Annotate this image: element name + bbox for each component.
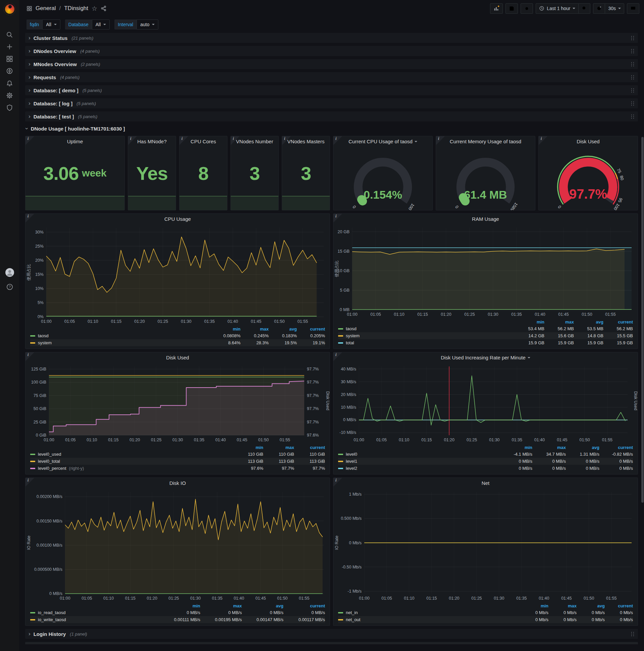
dashboard-settings-button[interactable] — [521, 3, 533, 14]
grafana-logo[interactable] — [4, 3, 16, 15]
legend-series-io-read-taosd[interactable]: io_read_taosd0 MB/s0 MB/s0 MB/s0 MB/s — [30, 609, 325, 616]
legend-series-level0[interactable]: level0-4.1 MB/s34.7 MB/s1.31 MB/s-0.82 M… — [338, 451, 633, 458]
legend-value: 15.9 GB — [544, 340, 574, 345]
server-admin-shield-icon[interactable] — [0, 102, 19, 113]
favorite-star-icon[interactable]: ☆ — [92, 5, 97, 12]
legend-value: 97.6% — [232, 466, 263, 471]
row-dnode-usage[interactable]: › DNode Usage [ huolinhe-TM1701:6030 ] — [25, 124, 638, 132]
variable-value-dropdown[interactable]: auto — [136, 20, 158, 30]
disk-used-plot[interactable]: 01:0001:0501:1001:1501:2001:2501:3001:35… — [26, 363, 330, 444]
info-icon[interactable]: i — [335, 478, 336, 483]
time-range-picker[interactable]: Last 1 hour — [536, 3, 579, 14]
legend-series-level0-total[interactable]: level0_total113 GiB113 GiB113 GiB — [30, 458, 325, 465]
alerting-bell-icon[interactable] — [0, 78, 19, 89]
panel-title[interactable]: Disk IO — [26, 478, 330, 488]
info-icon[interactable]: i — [335, 136, 336, 141]
save-dashboard-button[interactable] — [506, 3, 518, 14]
panel-title[interactable]: Current Memory Usage of taosd — [436, 136, 535, 146]
row-database-test[interactable]: ›Database: [ test ](5 panels) — [25, 112, 638, 122]
row-drag-handle-icon[interactable] — [631, 49, 635, 53]
legend-series-system[interactable]: system14.2 GB15.6 GB14.8 GB15.5 GB — [338, 332, 633, 339]
zoom-out-time-button[interactable] — [579, 3, 590, 14]
gauge-threshold-label: 80 — [619, 175, 624, 181]
net-plot[interactable]: 01:0001:0501:1001:1501:2001:2501:3001:35… — [333, 488, 638, 602]
legend-series-io-write-taosd[interactable]: io_write_taosd0.00111 MB/s0.00195 MB/s0.… — [30, 616, 325, 623]
disk-io-plot[interactable]: 01:0001:0501:1001:1501:2001:2501:3001:35… — [26, 488, 330, 602]
legend-series-taosd[interactable]: taosd0.0808%0.245%0.183%0.205% — [30, 332, 325, 339]
row-database-demo[interactable]: ›Database: [ demo ](5 panels) — [25, 85, 638, 95]
x-axis-tick: 01:25 — [471, 596, 482, 601]
add-panel-button[interactable] — [490, 3, 503, 14]
breadcrumb-folder[interactable]: General — [36, 5, 56, 12]
dashboard-grid-icon[interactable] — [27, 6, 32, 11]
variable-value-dropdown[interactable]: All — [92, 20, 110, 30]
info-icon[interactable]: i — [28, 136, 29, 141]
row-title: DNode Usage [ huolinhe-TM1701:6030 ] — [31, 126, 125, 131]
row-drag-handle-icon[interactable] — [631, 36, 635, 40]
info-icon[interactable]: i — [28, 214, 29, 219]
info-icon[interactable]: i — [28, 478, 29, 483]
row-database-log[interactable]: ›Database: [ log ](5 panels) — [25, 98, 638, 108]
panel-title[interactable]: CPU Usage — [26, 214, 330, 224]
row-drag-handle-icon[interactable] — [631, 62, 635, 66]
cycle-view-mode-button[interactable] — [627, 3, 639, 14]
chart-legend: minmaxavgcurrenttaosd0.0808%0.245%0.183%… — [26, 326, 330, 349]
legend-series-level2[interactable]: level20 MB/s0 MB/s0 MB/s0 MB/s — [338, 465, 633, 472]
refresh-button[interactable] — [593, 3, 605, 14]
info-icon[interactable]: i — [130, 136, 131, 141]
info-icon[interactable]: i — [284, 136, 285, 141]
panel-title[interactable]: RAM Usage — [333, 214, 638, 224]
row-dnodes-overview[interactable]: ›DNodes Overview(4 panels) — [25, 46, 638, 56]
panel-title[interactable]: Disk Used — [539, 136, 638, 146]
refresh-interval-dropdown[interactable]: 30s — [605, 3, 624, 14]
user-avatar[interactable] — [0, 267, 19, 278]
dashboards-icon[interactable] — [0, 53, 19, 64]
cpu-usage-plot[interactable]: 01:0001:0501:1001:1501:2001:2501:3001:35… — [26, 224, 330, 326]
legend-series-total[interactable]: total15.9 GB15.9 GB15.9 GB15.9 GB — [338, 339, 633, 346]
info-icon[interactable]: i — [28, 352, 29, 358]
stat-value-number: 3 — [301, 162, 311, 184]
create-plus-icon[interactable] — [0, 41, 19, 52]
legend-series-system[interactable]: system8.64%28.3%19.5%19.1% — [30, 339, 325, 346]
page-scrollbar-thumb[interactable] — [641, 137, 644, 503]
variable-value-dropdown[interactable]: All — [42, 20, 60, 30]
legend-series-level1[interactable]: level10 MB/s0 MB/s0 MB/s0 MB/s — [338, 458, 633, 465]
row-drag-handle-icon[interactable] — [631, 75, 635, 80]
legend-series-taosd[interactable]: taosd53.4 MB56.2 MB53.5 MB56.2 MB — [338, 325, 633, 332]
info-icon[interactable]: i — [233, 136, 234, 141]
configuration-gear-icon[interactable] — [0, 90, 19, 101]
row-requests[interactable]: ›Requests(4 panels) — [25, 72, 638, 82]
row-drag-handle-icon[interactable] — [631, 88, 635, 93]
row-login-history[interactable]: ›Login History(1 panel) — [25, 629, 638, 639]
share-icon[interactable] — [101, 5, 107, 11]
help-icon[interactable]: ? — [0, 281, 19, 292]
search-icon[interactable] — [0, 29, 19, 40]
info-icon[interactable]: i — [335, 352, 336, 358]
panel-title[interactable]: Current CPU Usage of taosd — [333, 136, 432, 146]
legend-series-net-out[interactable]: net_out0 Mb/s0 Mb/s0 Mb/s0 Mb/s — [338, 616, 633, 623]
panel-title[interactable]: Disk Used Increasing Rate per Minute — [333, 352, 638, 363]
breadcrumb-dashboard-title[interactable]: TDinsight — [64, 5, 88, 12]
legend-series-level0-percent[interactable]: level0_percent (right-y)97.6%97.7%97.7% — [30, 465, 325, 472]
panel-title[interactable]: Disk Used — [26, 352, 330, 363]
disk-rate-plot[interactable]: 01:0001:0501:1001:1501:2001:2501:3001:35… — [333, 363, 638, 444]
panel-title[interactable]: Uptime — [26, 136, 124, 146]
row-mnodes-overview[interactable]: ›MNodes Overview(2 panels) — [25, 59, 638, 69]
info-icon[interactable]: i — [182, 136, 183, 141]
row-drag-handle-icon[interactable] — [631, 631, 635, 636]
legend-series-level0-used[interactable]: level0_used110 GiB110 GiB110 GiB — [30, 451, 325, 458]
ram-usage-plot[interactable]: 01:0001:0501:1001:1501:2001:2501:3001:35… — [333, 224, 638, 318]
row-drag-handle-icon[interactable] — [631, 101, 635, 106]
series-color-swatch — [338, 328, 343, 330]
info-icon[interactable]: i — [541, 136, 542, 141]
panel-title[interactable]: Net — [333, 478, 638, 488]
row-drag-handle-icon[interactable] — [631, 114, 635, 119]
row-cluster-status[interactable]: ›Cluster Status(21 panels) — [25, 33, 638, 43]
sidebar: ? — [0, 0, 19, 651]
info-icon[interactable]: i — [438, 136, 439, 141]
y-axis-tick: 0 GiB — [36, 433, 46, 438]
y-axis-tick: 25 GiB — [34, 420, 46, 425]
info-icon[interactable]: i — [335, 214, 336, 219]
explore-compass-icon[interactable] — [0, 65, 19, 76]
legend-series-net-in[interactable]: net_in0 Mb/s0 Mb/s0 Mb/s0 Mb/s — [338, 609, 633, 616]
